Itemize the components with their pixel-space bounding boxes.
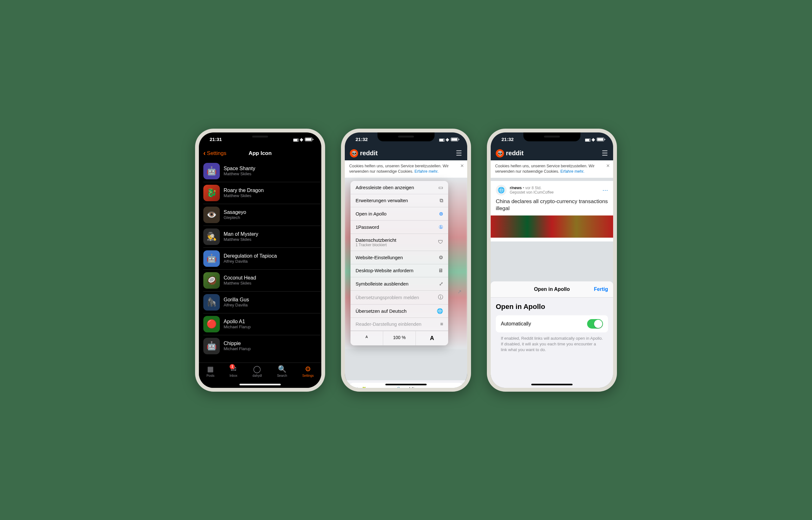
- back-button[interactable]: ‹ Settings: [203, 150, 226, 157]
- wifi-icon: [300, 137, 303, 142]
- menu-item: Übersetzungsproblem meldenⓘ: [350, 291, 448, 305]
- icon-row[interactable]: 🦍 Gorilla Gus Alfrey Davilla: [203, 291, 321, 313]
- menu-item[interactable]: Desktop-Website anfordern🖥: [350, 264, 448, 277]
- battery-icon: [597, 137, 604, 141]
- menu-item[interactable]: Datenschutzbericht1 Tracker blockiert🛡: [350, 234, 448, 251]
- menu-item-icon: ≡: [440, 321, 443, 327]
- icon-title: Coconut Head: [224, 275, 256, 281]
- post-card[interactable]: 🌐 r/news • vor 8 Std. Gepostet von ICumC…: [491, 181, 613, 242]
- post-title: China declares all crypto-currency trans…: [496, 198, 608, 213]
- icon-author: Matthew Skiles: [224, 172, 255, 176]
- status-indicators: [585, 137, 604, 142]
- icon-row[interactable]: 🤖 Chippie Michael Flarup: [203, 335, 321, 357]
- cookie-link[interactable]: Erfahre mehr.: [561, 169, 585, 174]
- icon-author: Gleptech: [224, 215, 246, 220]
- icon-title: Deregulation of Tapioca: [224, 253, 277, 259]
- signal-icon: [585, 137, 590, 142]
- post-author: Gepostet von ICumCoffee: [510, 190, 554, 194]
- menu-item[interactable]: Open in Apollo⊛: [350, 207, 448, 220]
- icon-author: Michael Flarup: [224, 324, 251, 329]
- icon-row[interactable]: 🤖 Deregulation of Tapioca Alfrey Davilla: [203, 248, 321, 270]
- status-time: 21:32: [355, 136, 368, 142]
- menu-item-icon: 🛡: [438, 239, 443, 245]
- icon-row[interactable]: 🕵️ Man of Mystery Matthew Skiles: [203, 226, 321, 248]
- nav-bar: ‹ Settings App Icon: [199, 147, 321, 160]
- icon-title: Sasageyo: [224, 209, 246, 215]
- tab-search[interactable]: 🔍Search: [277, 365, 287, 378]
- icon-row[interactable]: 🐉 Roary the Dragon Matthew Skiles: [203, 182, 321, 204]
- app-icon-preview: 🐉: [203, 185, 220, 201]
- menu-item[interactable]: Website-Einstellungen⚙: [350, 251, 448, 264]
- posts-icon: ▦: [207, 365, 214, 373]
- menu-item[interactable]: Adressleiste oben anzeigen▭: [350, 181, 448, 194]
- icon-author: Alfrey Davilla: [224, 259, 277, 264]
- icon-author: Matthew Skiles: [224, 237, 258, 242]
- reddit-logo[interactable]: 👽 reddit: [496, 149, 524, 157]
- menu-item[interactable]: Erweiterungen verwalten⧉: [350, 194, 448, 207]
- tab-posts[interactable]: ▦Posts: [206, 365, 215, 378]
- icon-author: Matthew Skiles: [224, 193, 264, 198]
- menu-item-icon: ①: [439, 224, 443, 230]
- menu-icon[interactable]: ☰: [602, 149, 608, 157]
- reddit-icon: 👽: [350, 149, 358, 157]
- icon-title: Chippie: [224, 341, 251, 346]
- subreddit-label[interactable]: r/news: [510, 186, 522, 190]
- menu-item-icon: ⚙: [439, 255, 443, 260]
- toggle-label: Automatically: [501, 321, 531, 327]
- icon-row[interactable]: 🔴 Apollo A1 Michael Flarup: [203, 313, 321, 335]
- toggle-switch[interactable]: [587, 319, 603, 329]
- icon-title: Apollo A1: [224, 319, 251, 324]
- safari-page-menu: Adressleiste oben anzeigen▭Erweiterungen…: [350, 181, 448, 345]
- menu-item[interactable]: Übersetzen auf Deutsch🌐: [350, 305, 448, 318]
- badge: 1: [230, 364, 235, 369]
- share-icon[interactable]: ↗: [458, 289, 462, 295]
- menu-icon[interactable]: ☰: [456, 149, 462, 157]
- automatically-row[interactable]: Automatically: [496, 315, 608, 332]
- tab-settings[interactable]: ⚙Settings: [302, 365, 314, 378]
- signal-icon: [293, 137, 298, 142]
- signal-icon: [439, 137, 444, 142]
- menu-item[interactable]: Symbolleiste ausblenden⤢: [350, 277, 448, 291]
- app-icon-preview: 👁️: [203, 207, 220, 223]
- menu-item-icon: 🖥: [438, 268, 443, 274]
- status-time: 21:31: [210, 136, 222, 142]
- post-time: vor 8 Std.: [525, 186, 541, 190]
- tab-inbox[interactable]: ✉Inbox1: [230, 365, 237, 378]
- globe-icon: 🌐: [496, 185, 507, 196]
- close-icon[interactable]: ✕: [460, 163, 464, 169]
- menu-item[interactable]: 1Password①: [350, 220, 448, 234]
- cookie-link[interactable]: Erfahre mehr.: [415, 169, 439, 174]
- menu-item-icon: ⤢: [439, 281, 443, 287]
- page-title: App Icon: [249, 150, 272, 157]
- close-icon[interactable]: ✕: [606, 163, 610, 169]
- icon-row[interactable]: 🥥 Coconut Head Matthew Skiles: [203, 270, 321, 291]
- sheet-heading: Open in Apollo: [496, 303, 608, 311]
- menu-item-icon: ⊛: [439, 211, 443, 217]
- extension-sheet: Open in Apollo Fertig Open in Apollo Aut…: [491, 281, 613, 388]
- status-time: 21:32: [501, 136, 514, 142]
- reload-icon[interactable]: ↻: [455, 387, 458, 388]
- app-icon-preview: 🥥: [203, 272, 220, 289]
- wifi-icon: [446, 137, 449, 142]
- menu-item-icon: ▭: [438, 184, 443, 190]
- text-size-icon[interactable]: ᴀA 🧩: [354, 387, 366, 388]
- search-icon: 🔍: [278, 365, 287, 373]
- app-icon-preview: 🦍: [203, 294, 220, 311]
- icon-row[interactable]: 🤖 Space Shanty Matthew Skiles: [203, 160, 321, 182]
- icon-row[interactable]: 👁️ Sasageyo Gleptech: [203, 204, 321, 226]
- status-indicators: [293, 137, 313, 142]
- more-icon[interactable]: ⋯: [602, 187, 608, 193]
- cookie-banner: Cookies helfen uns, unseren Service bere…: [491, 160, 613, 178]
- app-icon-preview: 🤖: [203, 338, 220, 354]
- app-icon-preview: 🔴: [203, 316, 220, 332]
- wifi-icon: [592, 137, 595, 142]
- done-button[interactable]: Fertig: [594, 286, 608, 292]
- reddit-icon: 👽: [496, 149, 504, 157]
- zoom-out-button[interactable]: A: [350, 331, 383, 345]
- reddit-logo[interactable]: 👽 reddit: [350, 149, 378, 157]
- tab-dahydl[interactable]: ◯dahydl: [252, 365, 262, 378]
- icon-author: Matthew Skiles: [224, 281, 256, 286]
- zoom-controls: A100 %A: [350, 331, 448, 345]
- battery-icon: [305, 137, 313, 141]
- zoom-in-button[interactable]: A: [416, 331, 448, 345]
